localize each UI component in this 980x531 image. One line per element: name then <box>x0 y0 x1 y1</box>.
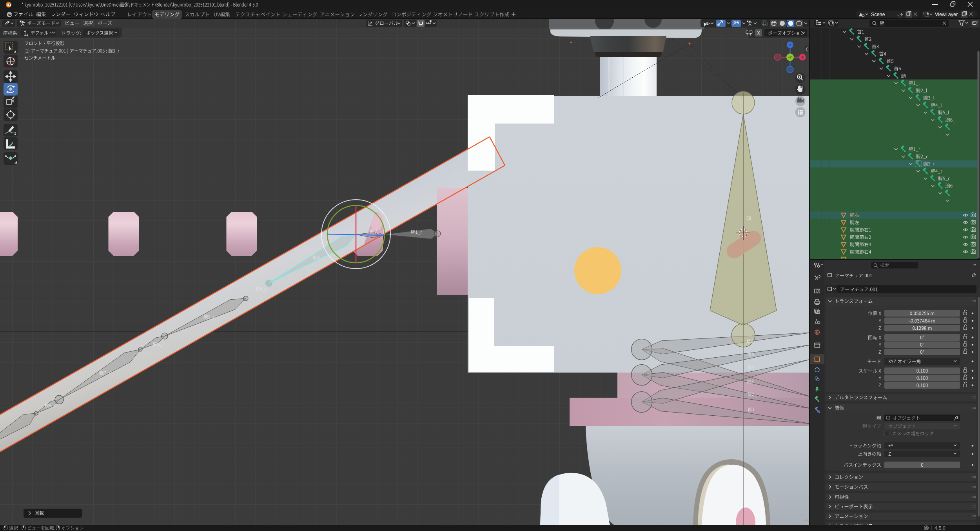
svg-text:ViewLayer: ViewLayer <box>935 12 958 17</box>
svg-text:Z: Z <box>789 43 791 47</box>
svg-text:Scene: Scene <box>871 12 885 17</box>
svg-text:X: X <box>757 31 760 35</box>
svg-text:4.5.0: 4.5.0 <box>935 526 946 531</box>
svg-text:-Y: -Y <box>788 55 792 59</box>
svg-text:X: X <box>801 55 804 59</box>
